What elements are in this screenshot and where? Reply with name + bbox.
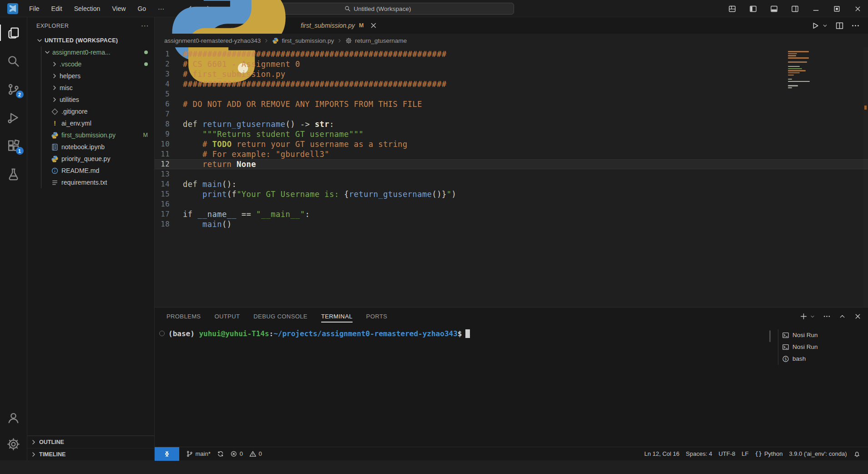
tree-item-assignment0-rema-[interactable]: assignment0-rema... [27, 46, 154, 58]
panel-chevron-up-icon[interactable] [838, 313, 846, 320]
tree-item-notebook-ipynb[interactable]: notebook.ipynb [27, 141, 154, 153]
code-line-8[interactable]: 8def return_gtusername() -> str: [155, 119, 868, 129]
tab-first-submission[interactable]: first_submission.py M [155, 17, 269, 34]
code-line-4[interactable]: 4#######################################… [155, 79, 868, 89]
remote-indicator[interactable] [155, 447, 179, 461]
beaker-icon [7, 167, 20, 181]
code-line-9[interactable]: 9 """Returns student GT username""" [155, 129, 868, 139]
code-line-3[interactable]: 3# first_submission.py [155, 69, 868, 79]
activity-accounts[interactable] [0, 405, 27, 430]
menu-selection[interactable]: Selection [70, 3, 105, 15]
chevron-down-icon [44, 49, 51, 56]
code-line-14[interactable]: 14def main(): [155, 179, 868, 189]
panel-chevron-down-icon[interactable] [810, 314, 815, 319]
layout-customize-icon[interactable] [722, 0, 742, 17]
panel-plus-icon[interactable] [800, 313, 807, 320]
editor-action-split-icon[interactable] [835, 21, 844, 30]
svg-text:!: ! [54, 120, 56, 127]
explorer-more-actions[interactable]: ··· [141, 22, 149, 30]
status-problems-warnings[interactable]: 0 [246, 447, 265, 461]
status-encoding[interactable]: UTF-8 [715, 447, 738, 461]
code-line-10[interactable]: 10 # TODO return your GT username as a s… [155, 139, 868, 149]
terminal-instance-nosi-run[interactable]: Nosi Run [782, 329, 863, 341]
activity-source-control[interactable]: 2 [0, 76, 27, 102]
panel-tab-debug-console[interactable]: DEBUG CONSOLE [253, 308, 308, 326]
line-number: 9 [155, 129, 183, 139]
activity-settings[interactable] [0, 431, 27, 457]
workspace-root-row[interactable]: UNTITLED (WORKSPACE) [27, 35, 154, 46]
line-number: 13 [155, 169, 183, 179]
editor-action-ellipsis-icon[interactable] [851, 21, 860, 30]
close-icon[interactable] [847, 0, 868, 17]
status-sync-status[interactable] [214, 447, 227, 461]
activity-explorer[interactable] [0, 20, 27, 45]
code-line-11[interactable]: 11 # For example: "gburdell3" [155, 149, 868, 159]
activity-search[interactable] [0, 48, 27, 74]
code-line-16[interactable]: 16 [155, 199, 868, 209]
code-line-6[interactable]: 6# DO NOT ADD OR REMOVE ANY IMPORTS FROM… [155, 99, 868, 109]
code-line-15[interactable]: 15 print(f"Your GT Username is: {return_… [155, 189, 868, 199]
run-python-file-icon[interactable] [811, 21, 819, 30]
panel-ellipsis-icon[interactable] [823, 313, 831, 320]
minimize-icon[interactable] [805, 0, 826, 17]
tree-item-ai-env-yml[interactable]: !ai_env.yml [27, 117, 154, 129]
status-indentation[interactable]: Spaces: 4 [683, 447, 716, 461]
section-timeline[interactable]: TIMELINE [27, 448, 154, 460]
editor-action-chevron-down-icon[interactable] [822, 23, 828, 29]
menu-file[interactable]: File [25, 3, 44, 15]
panel-tab-ports[interactable]: PORTS [366, 308, 388, 326]
activity-extensions[interactable]: 1 [0, 133, 27, 158]
code-line-13[interactable]: 13 [155, 169, 868, 179]
status-eol[interactable]: LF [738, 447, 752, 461]
code-line-5[interactable]: 5 [155, 89, 868, 99]
maximize-icon[interactable] [826, 0, 847, 17]
layout-sidebar-right-icon[interactable] [784, 0, 805, 17]
terminal-scrollbar[interactable] [769, 330, 771, 342]
breadcrumb-item[interactable]: assignment0-remastered-yzhao343 [164, 37, 261, 44]
terminal[interactable]: (base) yuhui@yuhui-T14s:~/projects/assig… [155, 326, 868, 338]
editor-tabs: first_submission.py M [155, 17, 868, 34]
status-left: main*00 [183, 447, 265, 461]
close-icon[interactable] [369, 21, 378, 30]
code-line-18[interactable]: 18 main() [155, 219, 868, 229]
tree-item-readme-md[interactable]: README.md [27, 165, 154, 176]
tree-item-requirements-txt[interactable]: requirements.txt [27, 176, 154, 188]
code-editor[interactable]: 1#######################################… [155, 47, 868, 307]
layout-panel-icon[interactable] [763, 0, 784, 17]
status-problems-errors[interactable]: 0 [227, 447, 246, 461]
code-line-1[interactable]: 1#######################################… [155, 49, 868, 59]
panel-close-icon[interactable] [854, 313, 862, 320]
layout-sidebar-left-icon[interactable] [742, 0, 763, 17]
status-notifications[interactable] [850, 447, 864, 461]
panel-tab-terminal[interactable]: TERMINAL [321, 308, 353, 326]
tree-item--gitignore[interactable]: .gitignore [27, 106, 154, 117]
activity-testing[interactable] [0, 161, 27, 187]
tree-item-helpers[interactable]: helpers [27, 70, 154, 82]
status-git-branch[interactable]: main* [183, 447, 214, 461]
code-line-12[interactable]: 12 return None [155, 159, 868, 169]
status-python-interpreter[interactable]: 3.9.0 ('ai_env': conda) [786, 447, 850, 461]
status-cursor-position[interactable]: Ln 12, Col 16 [641, 447, 682, 461]
code-line-7[interactable]: 7 [155, 109, 868, 119]
line-number: 18 [155, 219, 183, 229]
activity-run-and-debug[interactable] [0, 105, 27, 130]
breadcrumb-item[interactable]: first_submission.py [282, 37, 334, 44]
tree-item-priority-queue-py[interactable]: priority_queue.py [27, 153, 154, 165]
code-line-17[interactable]: 17if __name__ == "__main__": [155, 209, 868, 219]
tree-item--vscode[interactable]: .vscode [27, 58, 154, 70]
breadcrumb-item[interactable]: return_gtusername [355, 37, 407, 44]
notebook-icon [51, 143, 59, 151]
status-language-mode[interactable]: {}Python [752, 447, 786, 461]
tree-item-first-submission-py[interactable]: first_submission.pyM [27, 129, 154, 141]
tree-item-misc[interactable]: misc [27, 82, 154, 94]
menu-view[interactable]: View [107, 3, 130, 15]
menu-go[interactable]: Go [133, 3, 151, 15]
menu-edit[interactable]: Edit [47, 3, 67, 15]
panel-tab-output[interactable]: OUTPUT [214, 308, 240, 326]
tree-item-utilities[interactable]: utilities [27, 94, 154, 106]
terminal-instance-bash[interactable]: $bash [782, 353, 863, 365]
section-outline[interactable]: OUTLINE [27, 436, 154, 448]
code-line-2[interactable]: 2# CS 6601 - Assignment 0 [155, 59, 868, 69]
panel-tab-problems[interactable]: PROBLEMS [167, 308, 201, 326]
terminal-instance-nosi-run[interactable]: Nosi Run [782, 341, 863, 353]
